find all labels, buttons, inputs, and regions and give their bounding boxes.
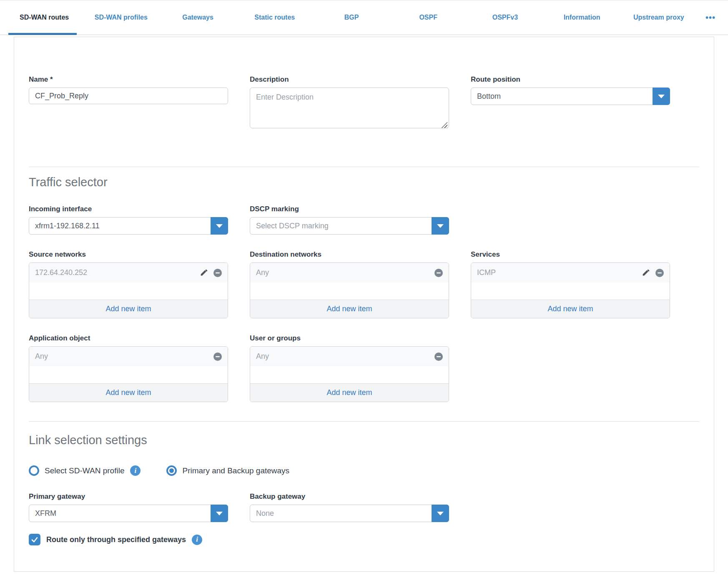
edit-icon[interactable] bbox=[200, 268, 208, 277]
application-object-field-group: Application object Any Add new item bbox=[29, 334, 228, 402]
user-or-groups-label: User or groups bbox=[250, 334, 449, 342]
edit-icon[interactable] bbox=[642, 268, 650, 277]
list-item-value: 172.64.240.252 bbox=[35, 268, 87, 277]
radio-primary-backup-gateways[interactable]: Primary and Backup gateways bbox=[166, 465, 289, 476]
name-label: Name * bbox=[29, 75, 228, 84]
remove-icon[interactable] bbox=[213, 352, 223, 362]
tab-more-menu[interactable]: ••• bbox=[697, 0, 724, 35]
traffic-selector-heading: Traffic selector bbox=[29, 175, 699, 189]
list-empty-space bbox=[29, 282, 228, 300]
dscp-marking-field-group: DSCP marking Select DSCP marking bbox=[250, 205, 449, 235]
remove-icon[interactable] bbox=[434, 268, 444, 278]
tab-ospfv3[interactable]: OSPFv3 bbox=[467, 0, 543, 35]
list-item-value: Any bbox=[256, 268, 269, 277]
tab-sd-wan-routes[interactable]: SD-WAN routes bbox=[6, 0, 83, 35]
remove-icon[interactable] bbox=[213, 268, 223, 278]
tab-bgp[interactable]: BGP bbox=[313, 0, 390, 35]
user-or-groups-listbox: Any Add new item bbox=[250, 346, 449, 402]
remove-icon[interactable] bbox=[655, 268, 665, 278]
route-position-label: Route position bbox=[471, 75, 670, 84]
dropdown-caret-button[interactable] bbox=[211, 217, 228, 235]
chevron-down-icon bbox=[437, 512, 444, 515]
name-field-group: Name * bbox=[29, 75, 228, 130]
name-input[interactable] bbox=[29, 88, 228, 104]
list-item: Any bbox=[250, 263, 449, 282]
primary-gateway-value: XFRM bbox=[35, 509, 56, 518]
list-empty-space bbox=[29, 366, 228, 383]
add-new-item-button[interactable]: Add new item bbox=[471, 300, 670, 318]
dropdown-caret-button[interactable] bbox=[653, 88, 670, 105]
dropdown-caret-button[interactable] bbox=[432, 505, 449, 522]
backup-gateway-label: Backup gateway bbox=[250, 492, 449, 501]
description-label: Description bbox=[250, 75, 449, 84]
add-new-item-button[interactable]: Add new item bbox=[250, 383, 449, 402]
tab-label: OSPF bbox=[419, 14, 437, 21]
add-new-item-button[interactable]: Add new item bbox=[29, 300, 228, 318]
radio-icon[interactable] bbox=[29, 465, 39, 476]
sd-wan-route-form-card: Name * Description Route position Bottom… bbox=[14, 37, 714, 572]
dropdown-caret-button[interactable] bbox=[432, 217, 449, 235]
chevron-down-icon bbox=[216, 224, 223, 228]
tab-label: SD-WAN routes bbox=[20, 14, 69, 21]
route-position-value: Bottom bbox=[477, 92, 501, 101]
source-networks-label: Source networks bbox=[29, 250, 228, 259]
primary-gateway-field-group: Primary gateway XFRM bbox=[29, 492, 228, 522]
primary-gateway-label: Primary gateway bbox=[29, 492, 228, 501]
incoming-interface-label: Incoming interface bbox=[29, 205, 228, 213]
user-or-groups-field-group: User or groups Any Add new item bbox=[250, 334, 449, 402]
destination-networks-label: Destination networks bbox=[250, 250, 449, 259]
list-item: Any bbox=[250, 347, 449, 366]
dscp-marking-label: DSCP marking bbox=[250, 205, 449, 213]
dropdown-caret-button[interactable] bbox=[211, 505, 228, 522]
tab-label: Upstream proxy bbox=[633, 14, 684, 21]
radio-select-sdwan-profile[interactable]: Select SD-WAN profile bbox=[29, 465, 124, 476]
list-item: ICMP bbox=[471, 263, 670, 282]
tab-static-routes[interactable]: Static routes bbox=[236, 0, 313, 35]
tab-label: OSPFv3 bbox=[492, 14, 518, 21]
description-field-group: Description bbox=[250, 75, 449, 130]
destination-networks-listbox: Any Add new item bbox=[250, 262, 449, 318]
add-new-item-button[interactable]: Add new item bbox=[250, 300, 449, 318]
services-label: Services bbox=[471, 250, 670, 259]
more-dots-icon: ••• bbox=[705, 13, 715, 22]
dscp-marking-dropdown[interactable]: Select DSCP marking bbox=[250, 217, 449, 235]
radio-icon[interactable] bbox=[166, 465, 177, 476]
add-new-item-button[interactable]: Add new item bbox=[29, 383, 228, 402]
backup-gateway-dropdown[interactable]: None bbox=[250, 505, 449, 522]
backup-gateway-field-group: Backup gateway None bbox=[250, 492, 449, 522]
application-object-listbox: Any Add new item bbox=[29, 346, 228, 402]
tab-label: BGP bbox=[344, 14, 359, 21]
list-empty-space bbox=[250, 282, 449, 300]
tab-gateways[interactable]: Gateways bbox=[159, 0, 236, 35]
chevron-down-icon bbox=[658, 95, 665, 98]
list-item: 172.64.240.252 bbox=[29, 263, 228, 282]
route-position-field-group: Route position Bottom bbox=[471, 75, 670, 130]
list-empty-space bbox=[471, 282, 670, 300]
chevron-down-icon bbox=[216, 512, 223, 515]
info-icon[interactable]: i bbox=[130, 465, 141, 476]
primary-gateway-dropdown[interactable]: XFRM bbox=[29, 505, 228, 522]
route-only-checkbox-label: Route only through specified gateways bbox=[46, 535, 186, 544]
list-item-value: Any bbox=[256, 352, 269, 361]
remove-icon[interactable] bbox=[434, 352, 444, 362]
section-divider bbox=[29, 421, 699, 422]
route-position-dropdown[interactable]: Bottom bbox=[471, 88, 670, 105]
tab-ospf[interactable]: OSPF bbox=[390, 0, 467, 35]
backup-gateway-value: None bbox=[256, 509, 274, 518]
tab-label: Information bbox=[564, 14, 600, 21]
tab-information[interactable]: Information bbox=[544, 0, 620, 35]
radio-label: Select SD-WAN profile bbox=[45, 466, 124, 475]
route-only-checkbox[interactable] bbox=[29, 534, 40, 545]
list-item-value: Any bbox=[35, 352, 48, 361]
list-item-value: ICMP bbox=[477, 268, 496, 277]
tab-label: Static routes bbox=[254, 14, 295, 21]
tab-label: Gateways bbox=[182, 14, 213, 21]
tab-sd-wan-profiles[interactable]: SD-WAN profiles bbox=[83, 0, 159, 35]
dscp-marking-placeholder: Select DSCP marking bbox=[256, 222, 329, 230]
info-icon[interactable]: i bbox=[192, 535, 202, 545]
link-selection-heading: Link selection settings bbox=[29, 433, 699, 447]
application-object-label: Application object bbox=[29, 334, 228, 342]
description-textarea[interactable] bbox=[250, 88, 449, 128]
tab-upstream-proxy[interactable]: Upstream proxy bbox=[620, 0, 697, 35]
incoming-interface-dropdown[interactable]: xfrm1-192.168.2.11 bbox=[29, 217, 228, 235]
